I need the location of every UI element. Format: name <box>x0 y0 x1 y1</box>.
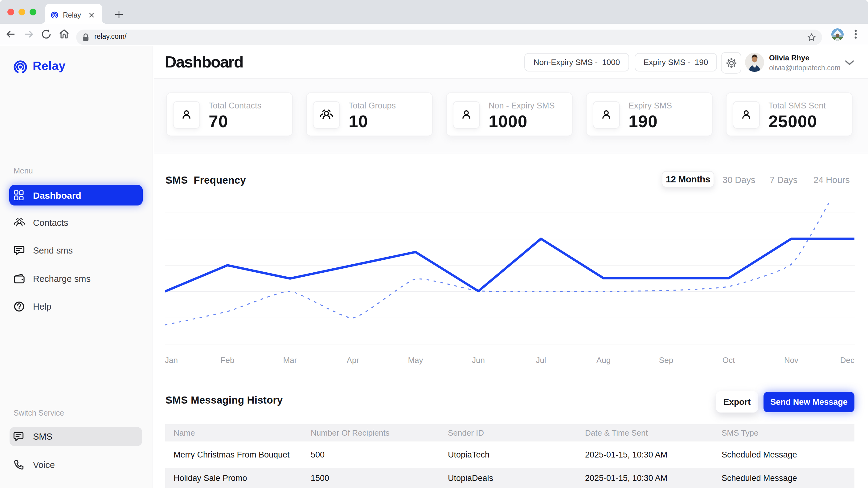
svg-text:Jul: Jul <box>536 356 546 365</box>
svg-text:Oct: Oct <box>722 356 735 365</box>
svg-text:Jan: Jan <box>165 356 178 365</box>
svg-text:Apr: Apr <box>347 356 360 365</box>
svg-text:Sep: Sep <box>659 356 673 365</box>
svg-text:Feb: Feb <box>221 356 235 365</box>
svg-text:Mar: Mar <box>283 356 297 365</box>
svg-text:Jun: Jun <box>472 356 485 365</box>
svg-text:Aug: Aug <box>596 356 611 365</box>
svg-text:Dec: Dec <box>840 356 855 365</box>
svg-text:Nov: Nov <box>784 356 798 365</box>
svg-text:May: May <box>408 356 423 365</box>
